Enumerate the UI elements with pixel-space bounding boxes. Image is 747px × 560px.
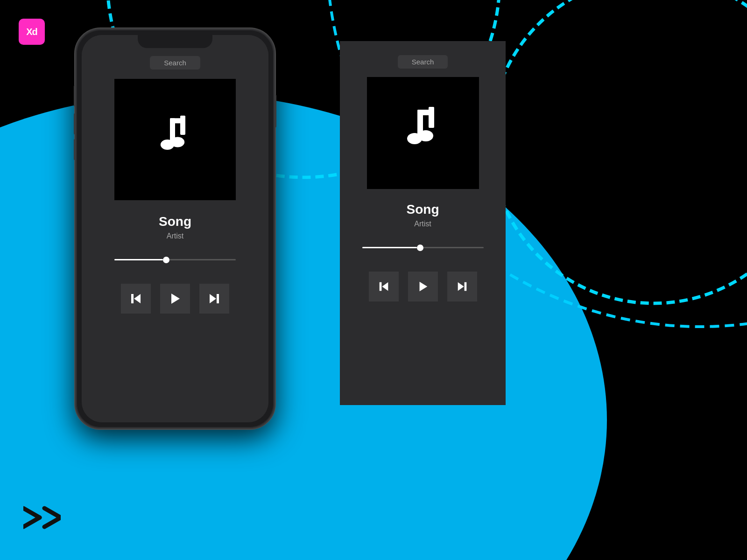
svg-rect-25 xyxy=(217,294,219,303)
svg-rect-18 xyxy=(170,118,185,123)
play-button-1[interactable] xyxy=(160,284,190,314)
xd-badge: Xd xyxy=(19,19,45,45)
progress-fill-2 xyxy=(362,247,417,248)
music-note-icon-1 xyxy=(149,114,201,165)
play-icon-2 xyxy=(417,280,429,293)
progress-bar-1[interactable] xyxy=(114,259,236,260)
svg-marker-31 xyxy=(382,282,388,291)
wireframe-screen: Search Song Artist xyxy=(340,41,506,405)
artist-name-2: Artist xyxy=(414,220,431,228)
progress-fill-1 xyxy=(114,259,163,260)
progress-track-2 xyxy=(362,247,484,248)
phone-mockup: Search Song Artist xyxy=(75,28,275,429)
phone-notch xyxy=(138,35,212,48)
svg-rect-35 xyxy=(464,282,466,291)
svg-marker-33 xyxy=(419,282,427,291)
prev-button-1[interactable] xyxy=(121,284,151,314)
play-icon-1 xyxy=(169,292,182,305)
phone-outer: Search Song Artist xyxy=(75,28,275,429)
next-button-2[interactable] xyxy=(447,272,477,301)
prev-button-2[interactable] xyxy=(369,272,399,301)
svg-marker-34 xyxy=(458,282,464,291)
xd-label: Xd xyxy=(26,27,37,37)
search-button-1[interactable]: Search xyxy=(150,56,200,70)
search-button-2[interactable]: Search xyxy=(398,55,448,69)
next-icon-2 xyxy=(456,280,468,293)
controls-1 xyxy=(121,284,229,314)
svg-line-12 xyxy=(23,508,40,518)
next-button-1[interactable] xyxy=(199,284,229,314)
prev-icon-2 xyxy=(378,280,390,293)
svg-marker-21 xyxy=(134,294,141,303)
svg-point-20 xyxy=(171,137,184,147)
svg-marker-23 xyxy=(171,294,180,304)
next-icon-1 xyxy=(208,292,221,305)
kadet-logo xyxy=(23,504,61,537)
progress-track-1 xyxy=(114,259,236,260)
search-label-1: Search xyxy=(164,59,186,67)
svg-line-14 xyxy=(44,508,61,518)
controls-2 xyxy=(369,272,477,301)
search-label-2: Search xyxy=(412,58,434,66)
screen-content-1: Search Song Artist xyxy=(82,35,268,422)
svg-rect-32 xyxy=(379,282,381,291)
progress-bar-2[interactable] xyxy=(362,247,484,248)
song-title-2: Song xyxy=(407,202,439,217)
album-art-1 xyxy=(114,79,236,200)
svg-line-13 xyxy=(23,518,40,527)
svg-marker-24 xyxy=(210,294,216,303)
album-art-2 xyxy=(367,77,479,189)
svg-rect-22 xyxy=(131,294,134,303)
svg-rect-28 xyxy=(417,110,434,115)
phone-screen: Search Song Artist xyxy=(82,35,268,422)
svg-point-30 xyxy=(418,130,433,141)
prev-icon-1 xyxy=(129,292,142,305)
progress-thumb-1 xyxy=(163,257,169,263)
artist-name-1: Artist xyxy=(167,232,183,240)
song-title-1: Song xyxy=(159,214,191,229)
svg-line-15 xyxy=(44,518,61,527)
play-button-2[interactable] xyxy=(408,272,438,301)
music-note-icon-2 xyxy=(395,105,451,161)
progress-thumb-2 xyxy=(417,245,423,251)
